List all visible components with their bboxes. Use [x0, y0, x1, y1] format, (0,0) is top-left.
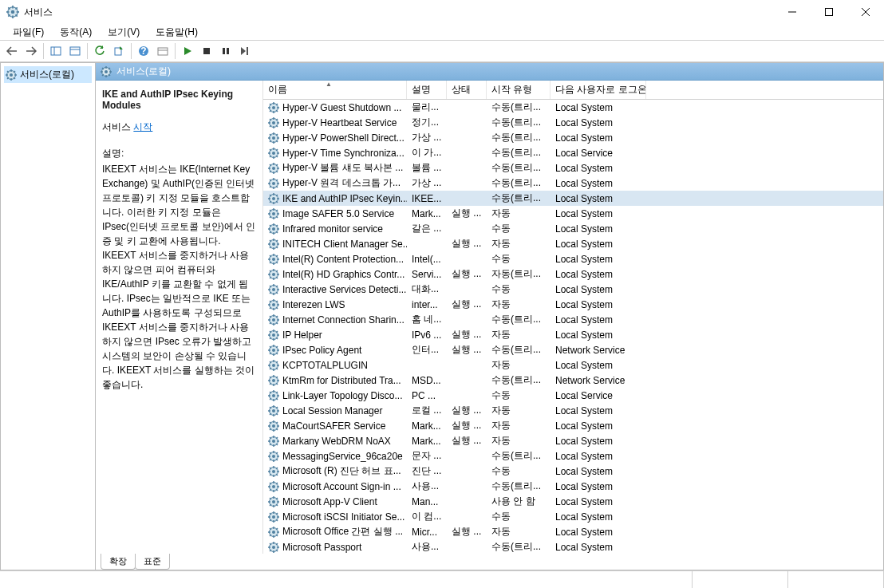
service-name: Microsoft (R) 진단 허브 표... — [282, 464, 401, 478]
service-name: Hyper-V 원격 데스크톱 가... — [282, 176, 401, 190]
maximize-button[interactable] — [811, 0, 847, 24]
table-row[interactable]: Infrared monitor service갈은 ...수동Local Sy… — [263, 221, 883, 236]
statusbar — [0, 570, 884, 588]
menu-help[interactable]: 도움말(H) — [149, 24, 204, 41]
forward-button[interactable] — [22, 42, 40, 60]
menu-action[interactable]: 동작(A) — [53, 24, 98, 41]
table-row[interactable]: Intel(R) Content Protection...Intel(...수… — [263, 251, 883, 266]
service-startup: 자동 — [487, 237, 551, 251]
table-row[interactable]: KtmRm for Distributed Tra...MSD...수동(트리.… — [263, 373, 883, 388]
table-row[interactable]: Markany WebDRM NoAXMark...실행 ...자동Local … — [263, 433, 883, 448]
table-row[interactable]: Interactive Services Detecti...대화...수동Lo… — [263, 282, 883, 297]
table-row[interactable]: Local Session Manager로컬 ...실행 ...자동Local… — [263, 403, 883, 418]
service-name: Intel(R) HD Graphics Contr... — [282, 269, 405, 280]
service-desc: 이 가... — [407, 146, 447, 160]
export-button[interactable] — [110, 42, 128, 60]
table-row[interactable]: Image SAFER 5.0 ServiceMark...실행 ...자동Lo… — [263, 206, 883, 221]
service-desc: IKEE... — [407, 193, 447, 204]
service-logon: Local System — [551, 117, 646, 128]
service-name: IKE and AuthIP IPsec Keyin... — [282, 193, 407, 204]
help-button[interactable]: ? — [135, 42, 152, 60]
close-button[interactable] — [847, 0, 884, 24]
service-startup: 수동 — [487, 389, 551, 402]
service-startup: 수동(트리... — [487, 146, 551, 160]
service-status: 실행 ... — [447, 267, 487, 281]
services-icon — [6, 69, 17, 81]
service-name: Infrared monitor service — [282, 223, 383, 235]
list-body[interactable]: Hyper-V Guest Shutdown ...물리...수동(트리...L… — [263, 100, 883, 554]
table-row[interactable]: INITECH Client Manager Se...실행 ...자동Loca… — [263, 236, 883, 251]
table-row[interactable]: MessagingService_96ca20e문자 ...수동(트리...Lo… — [263, 448, 883, 464]
table-row[interactable]: Hyper-V 원격 데스크톱 가...가상 ...수동(트리...Local … — [263, 176, 883, 191]
gear-icon — [268, 390, 279, 401]
start-service-button[interactable] — [179, 42, 196, 60]
table-row[interactable]: MaCourtSAFER ServiceMark...실행 ...자동Local… — [263, 418, 883, 433]
gear-icon — [268, 330, 279, 341]
tab-standard[interactable]: 표준 — [135, 554, 170, 570]
service-logon: Local System — [551, 466, 646, 477]
menu-view[interactable]: 보기(V) — [101, 24, 146, 41]
minimize-button[interactable] — [774, 0, 811, 24]
service-list: 이름▲ 설명 상태 시작 유형 다음 사용자로 로그온 Hyper-V Gues… — [263, 81, 883, 554]
service-startup: 수동(트리... — [487, 101, 551, 114]
table-row[interactable]: Hyper-V Time Synchroniza...이 가...수동(트리..… — [263, 145, 883, 160]
table-row[interactable]: Intel(R) HD Graphics Contr...Servi...실행 … — [263, 266, 883, 282]
table-row[interactable]: KCPTOTALPLUGIN자동Local System — [263, 357, 883, 373]
table-row[interactable]: Hyper-V Guest Shutdown ...물리...수동(트리...L… — [263, 100, 883, 115]
show-hide-tree-button[interactable] — [47, 42, 65, 60]
start-service-link[interactable]: 시작 — [133, 121, 152, 132]
tree-node-services-local[interactable]: 서비스(로컬) — [4, 66, 92, 83]
back-button[interactable] — [3, 42, 21, 60]
gear-icon — [268, 360, 279, 371]
table-row[interactable]: Microsoft Account Sign-in ...사용...수동(트리.… — [263, 479, 883, 494]
service-logon: Local System — [551, 542, 646, 553]
svg-rect-21 — [158, 48, 168, 55]
table-row[interactable]: Microsoft Office 간편 실행 ...Micr...실행 ...자… — [263, 524, 883, 539]
service-desc: 문자 ... — [407, 449, 447, 463]
gear-icon — [268, 163, 279, 174]
refresh-button[interactable] — [91, 42, 109, 60]
services-icon — [101, 66, 112, 77]
properties-button[interactable] — [66, 42, 84, 60]
calendar-button[interactable] — [154, 42, 172, 60]
service-name: Interezen LWS — [282, 299, 345, 310]
column-description[interactable]: 설명 — [407, 81, 447, 99]
tab-extended[interactable]: 확장 — [101, 554, 136, 570]
table-row[interactable]: Link-Layer Topology Disco...PC ...수동Loca… — [263, 388, 883, 403]
gear-icon — [268, 148, 279, 159]
table-row[interactable]: IPsec Policy Agent인터...실행 ...수동(트리...Net… — [263, 342, 883, 357]
table-row[interactable]: Hyper-V PowerShell Direct...가상 ...수동(트리.… — [263, 130, 883, 145]
service-startup: 수동(트리... — [487, 176, 551, 190]
restart-service-button[interactable] — [236, 42, 254, 60]
table-row[interactable]: Microsoft iSCSI Initiator Se...이 컴...수동L… — [263, 509, 883, 524]
menu-file[interactable]: 파일(F) — [6, 24, 50, 41]
column-logon-as[interactable]: 다음 사용자로 로그온 — [551, 81, 646, 99]
pause-service-button[interactable] — [217, 42, 235, 60]
service-desc: 사용... — [407, 479, 447, 493]
table-row[interactable]: Internet Connection Sharin...홈 네...수동(트리… — [263, 312, 883, 327]
service-name: Microsoft Office 간편 실행 ... — [282, 525, 403, 539]
service-desc: 가상 ... — [407, 131, 447, 144]
column-status[interactable]: 상태 — [447, 81, 487, 99]
table-row[interactable]: Hyper-V 볼륨 섀도 복사본 ...볼륨 ...수동(트리...Local… — [263, 160, 883, 176]
service-desc: 대화... — [407, 282, 447, 296]
gear-icon — [268, 527, 279, 538]
gear-icon — [268, 420, 279, 432]
service-startup: 수동(트리... — [487, 191, 551, 205]
table-row[interactable]: Interezen LWSinter...실행 ...자동Local Syste… — [263, 297, 883, 312]
service-logon: Local System — [551, 132, 646, 144]
table-row[interactable]: Microsoft (R) 진단 허브 표...진단 ...수동Local Sy… — [263, 464, 883, 479]
service-startup: 자동 — [487, 298, 551, 311]
service-desc: 이 컴... — [407, 510, 447, 523]
table-row[interactable]: IKE and AuthIP IPsec Keyin...IKEE...수동(트… — [263, 191, 883, 206]
column-startup-type[interactable]: 시작 유형 — [487, 81, 551, 99]
table-row[interactable]: IP HelperIPv6 ...실행 ...자동Local System — [263, 327, 883, 342]
service-startup: 수동(트리... — [487, 313, 551, 326]
stop-service-button[interactable] — [198, 42, 215, 60]
svg-rect-16 — [70, 47, 80, 55]
table-row[interactable]: Microsoft Passport사용...수동(트리...Local Sys… — [263, 539, 883, 554]
column-name[interactable]: 이름▲ — [263, 81, 407, 99]
table-row[interactable]: Microsoft App-V ClientMan...사용 안 함Local … — [263, 494, 883, 509]
table-row[interactable]: Hyper-V Heartbeat Service정기...수동(트리...Lo… — [263, 115, 883, 130]
service-startup: 수동(트리... — [487, 116, 551, 129]
